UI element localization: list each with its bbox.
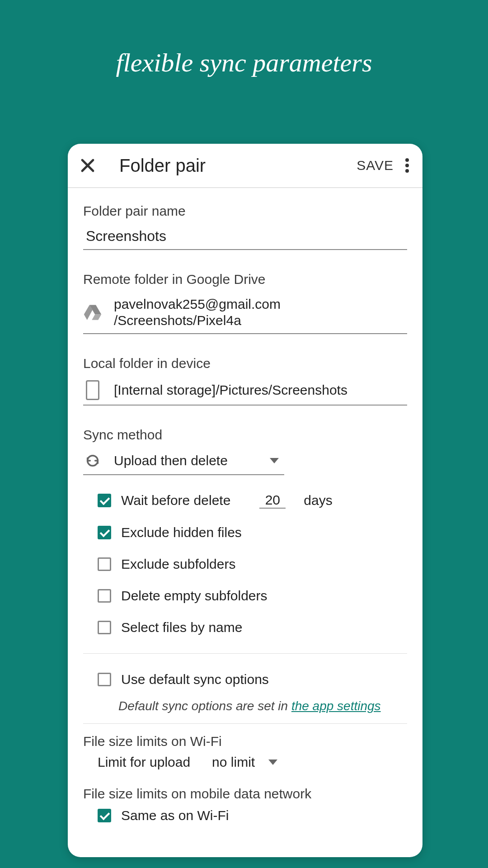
mobile-limits-label: File size limits on mobile data network	[83, 786, 407, 802]
sync-method-section: Sync method Upload then delete	[83, 427, 407, 475]
wifi-upload-limit-label: Limit for upload	[98, 755, 190, 770]
close-icon[interactable]	[80, 157, 96, 174]
delete-empty-subfolders-label: Delete empty subfolders	[121, 588, 267, 604]
local-folder-label: Local folder in device	[83, 356, 407, 371]
same-as-wifi-checkbox[interactable]	[98, 809, 111, 822]
exclude-subfolders-label: Exclude subfolders	[121, 557, 235, 572]
exclude-hidden-label: Exclude hidden files	[121, 525, 242, 540]
sync-method-dropdown[interactable]: Upload then delete	[83, 449, 284, 475]
phone-icon	[86, 380, 99, 400]
select-files-by-name-row: Select files by name	[83, 612, 407, 643]
remote-folder-picker[interactable]: pavelnovak255@gmail.com /Screenshots/Pix…	[83, 293, 407, 334]
sync-method-value: Upload then delete	[114, 453, 258, 469]
delete-empty-subfolders-checkbox[interactable]	[98, 589, 111, 603]
app-settings-link[interactable]: the app settings	[291, 699, 381, 713]
sync-icon	[85, 452, 100, 470]
banner-title: flexible sync parameters	[0, 0, 488, 78]
chevron-down-icon	[270, 458, 279, 463]
remote-folder-label: Remote folder in Google Drive	[83, 272, 407, 287]
wifi-upload-limit-row: Limit for upload no limit	[83, 752, 407, 773]
sync-method-label: Sync method	[83, 427, 407, 443]
wait-before-delete-label: Wait before delete	[121, 493, 230, 508]
select-files-by-name-checkbox[interactable]	[98, 621, 111, 634]
chevron-down-icon	[268, 760, 277, 765]
exclude-subfolders-row: Exclude subfolders	[83, 548, 407, 580]
use-default-sync-label: Use default sync options	[121, 672, 269, 687]
folder-pair-name-section: Folder pair name	[83, 203, 407, 250]
wait-before-delete-row: Wait before delete 20 days	[83, 484, 407, 517]
wait-before-delete-checkbox[interactable]	[98, 494, 111, 507]
use-default-sync-checkbox[interactable]	[98, 673, 111, 686]
use-default-sync-row: Use default sync options	[83, 664, 407, 695]
folder-pair-name-label: Folder pair name	[83, 203, 407, 219]
toolbar: Folder pair SAVE	[68, 144, 422, 188]
remote-folder-section: Remote folder in Google Drive pavelnovak…	[83, 272, 407, 334]
wifi-upload-limit-dropdown[interactable]: no limit	[212, 755, 283, 770]
same-as-wifi-label: Same as on Wi-Fi	[121, 808, 229, 823]
local-folder-value: [Internal storage]/Pictures/Screenshots	[114, 382, 407, 398]
select-files-by-name-label: Select files by name	[121, 620, 242, 635]
wait-days-unit: days	[304, 493, 332, 508]
page-title: Folder pair	[119, 156, 357, 176]
same-as-wifi-row: Same as on Wi-Fi	[83, 804, 407, 831]
wait-days-input[interactable]: 20	[259, 492, 286, 509]
save-button[interactable]: SAVE	[357, 158, 394, 173]
remote-folder-value: pavelnovak255@gmail.com /Screenshots/Pix…	[114, 296, 407, 329]
more-icon[interactable]	[405, 157, 409, 174]
exclude-hidden-checkbox[interactable]	[98, 526, 111, 539]
divider	[83, 723, 407, 724]
local-folder-section: Local folder in device [Internal storage…	[83, 356, 407, 406]
content: Folder pair name Remote folder in Google…	[68, 188, 422, 831]
folder-pair-name-input[interactable]	[83, 225, 407, 250]
exclude-subfolders-checkbox[interactable]	[98, 557, 111, 571]
settings-card: Folder pair SAVE Folder pair name Remote…	[68, 144, 422, 857]
local-folder-picker[interactable]: [Internal storage]/Pictures/Screenshots	[83, 377, 407, 406]
divider	[83, 653, 407, 654]
delete-empty-subfolders-row: Delete empty subfolders	[83, 580, 407, 612]
default-sync-hint: Default sync options are set in the app …	[83, 699, 407, 713]
exclude-hidden-row: Exclude hidden files	[83, 517, 407, 548]
wifi-limits-label: File size limits on Wi-Fi	[83, 734, 407, 749]
google-drive-icon	[83, 304, 102, 321]
